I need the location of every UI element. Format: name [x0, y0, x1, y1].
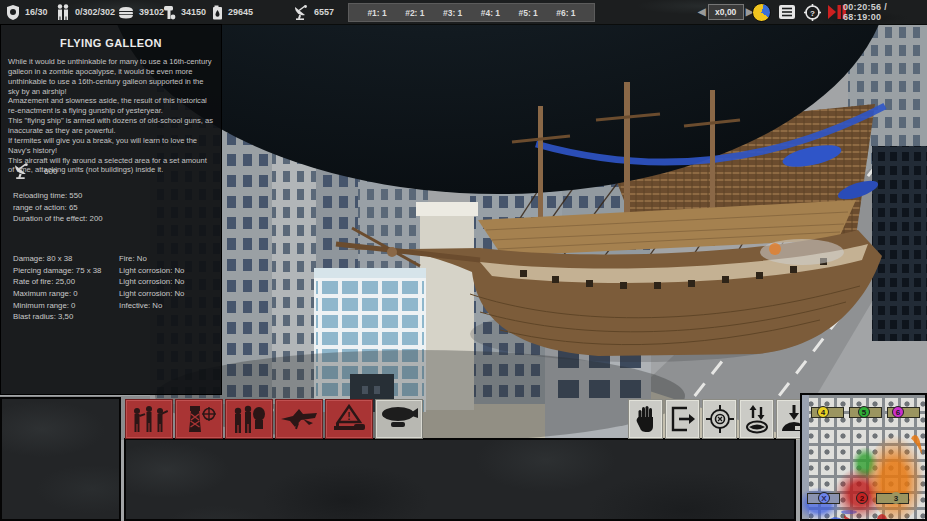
- unit-button-heavy-squad[interactable]: [225, 399, 273, 439]
- defense-resource: 16/30: [6, 0, 48, 24]
- squad-2[interactable]: #2: 1: [405, 8, 424, 18]
- survivors-value: 0/302/302: [75, 7, 115, 17]
- action-button-hold[interactable]: [628, 399, 663, 439]
- unit-button-flying-galleon[interactable]: [375, 399, 423, 439]
- exit-arrow-icon: [671, 406, 695, 432]
- action-button-target[interactable]: [702, 399, 737, 439]
- unit-button-infantry[interactable]: [125, 399, 173, 439]
- list-icon[interactable]: [778, 3, 796, 21]
- radar-resource: 6557: [293, 0, 334, 24]
- radar-dish-icon: [13, 163, 30, 179]
- action-button-exit[interactable]: [665, 399, 700, 439]
- food-value: 39102: [139, 7, 164, 17]
- action-button-load-unload[interactable]: [739, 399, 774, 439]
- tools-resource: 34150: [162, 0, 206, 24]
- minimap-marker-x[interactable]: X: [818, 492, 830, 504]
- game-window: 16/30 0/302/302 39102 34150 29645 6557 #…: [0, 0, 927, 521]
- unit-description: While it would be unthinkable for many t…: [8, 57, 214, 175]
- fuel-resource: 29645: [212, 0, 253, 24]
- svg-text:!: !: [347, 411, 350, 422]
- action-toolbar: [628, 399, 811, 439]
- unit-button-airstrike[interactable]: [275, 399, 323, 439]
- squad-3[interactable]: #3: 1: [443, 8, 462, 18]
- food-icon: [118, 6, 134, 19]
- squad-icon: [230, 404, 268, 434]
- bottom-message-panel: [124, 438, 796, 521]
- tools-icon: [162, 5, 176, 20]
- tower-scope-icon: [180, 404, 218, 434]
- squad-1[interactable]: #1: 1: [367, 8, 386, 18]
- unit-button-artillery[interactable]: !: [325, 399, 373, 439]
- crosshair-icon: [706, 405, 734, 433]
- fuel-icon: [212, 5, 223, 20]
- minimap-marker-2[interactable]: 2: [856, 492, 868, 504]
- crosshair-help-icon[interactable]: ?: [803, 3, 821, 21]
- top-status-bar: 16/30 0/302/302 39102 34150 29645 6557 #…: [0, 0, 927, 25]
- jet-icon: [279, 405, 319, 433]
- squad-5[interactable]: #5: 1: [518, 8, 537, 18]
- svg-text:?: ?: [810, 8, 815, 17]
- squad-6[interactable]: #6: 1: [556, 8, 575, 18]
- blimp-icon: [379, 404, 419, 434]
- speed-down-button[interactable]: ◀: [698, 0, 706, 24]
- survivors-icon: [56, 4, 70, 20]
- minimap-marker-3[interactable]: 3: [890, 492, 902, 504]
- hand-icon: [635, 405, 657, 433]
- survivors-resource: 0/302/302: [56, 0, 115, 24]
- blimp-transfer-icon: [744, 404, 770, 434]
- unit-toolbar: !: [125, 399, 423, 439]
- food-resource: 39102: [118, 0, 164, 24]
- radar-value: 6557: [314, 7, 334, 17]
- ammo-value: 600: [44, 167, 57, 176]
- radar-dish-icon: [293, 5, 309, 20]
- unit-info-panel: FLYING GALLEON While it would be unthink…: [0, 24, 222, 395]
- squad-4[interactable]: #4: 1: [481, 8, 500, 18]
- time-display: 00:20:56 / 68:19:00: [843, 2, 927, 22]
- hazard-gun-icon: !: [330, 404, 368, 434]
- unit-button-watchtower[interactable]: [175, 399, 223, 439]
- primary-stats: Reloading time: 550 range of action: 65 …: [13, 190, 103, 225]
- speed-control: ◀ x0,00 ▶: [698, 0, 753, 24]
- effect-stats: Fire: No Light corrosion: No Light corro…: [119, 253, 184, 311]
- minimap-marker-6[interactable]: 6: [892, 406, 904, 418]
- topbar-buttons: ?: [752, 0, 846, 24]
- minimap-marker-5[interactable]: 5: [858, 406, 870, 418]
- soldiers-icon: [130, 405, 168, 433]
- minimap-marker-4[interactable]: 4: [817, 406, 829, 418]
- shield-icon: [6, 5, 20, 20]
- unit-title: FLYING GALLEON: [7, 37, 215, 49]
- squad-counter-box: #1: 1 #2: 1 #3: 1 #4: 1 #5: 1 #6: 1: [348, 3, 595, 22]
- infestation-orange: [868, 433, 926, 521]
- defense-value: 16/30: [25, 7, 48, 17]
- tools-value: 34150: [181, 7, 206, 17]
- damage-stats: Damage: 80 x 38 Piercing damage: 75 x 38…: [13, 253, 101, 323]
- speed-value: x0,00: [708, 4, 744, 20]
- minimap[interactable]: 4 5 6 X 2 3: [800, 393, 927, 521]
- fuel-value: 29645: [228, 7, 253, 17]
- bottom-left-panel: [0, 397, 121, 521]
- game-clock: 00:20:56 / 68:19:00: [843, 0, 927, 24]
- pie-chart-icon[interactable]: [752, 3, 771, 22]
- ammo-row: 600: [13, 163, 57, 179]
